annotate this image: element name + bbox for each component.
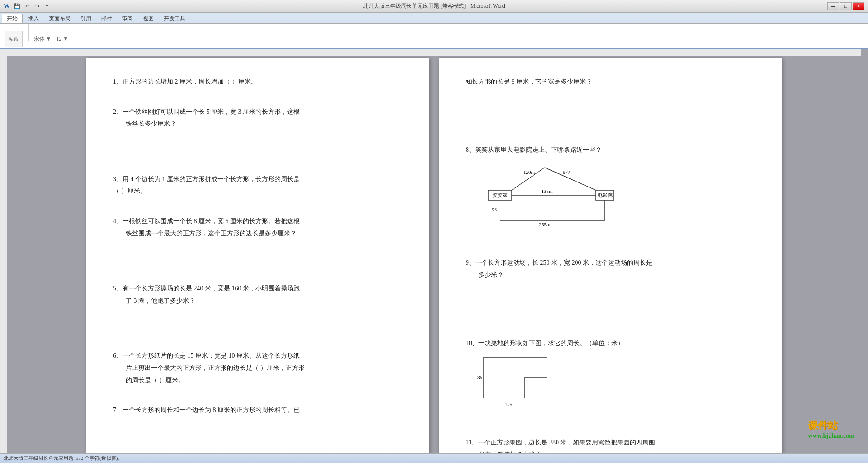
svg-text:135m: 135m bbox=[541, 188, 553, 194]
problem-6-text: 6、一个长方形纸片的长是 15 厘米，宽是 10 厘米。从这个长方形纸 bbox=[113, 350, 402, 362]
problem-3-text-cont: （ ）厘米。 bbox=[113, 185, 402, 197]
problem-4-text-cont1: 铁丝围成一个最大的正方形，这个正方形的边长是多少厘米？ bbox=[126, 228, 402, 240]
svg-text:120m: 120m bbox=[524, 169, 535, 175]
ribbon-content: 粘贴 宋体 ▼ 12 ▼ bbox=[0, 23, 868, 49]
problem-5-text-cont: 了 3 圈，他跑了多少米？ bbox=[126, 295, 402, 307]
tab-insert[interactable]: 插入 bbox=[24, 14, 43, 23]
problem-9: 9、一个长方形运动场，长 250 米，宽 200 米，这个运动场的周长是 多少米… bbox=[466, 257, 755, 332]
watermark-brand: 课件站 bbox=[808, 419, 854, 432]
svg-text:255m: 255m bbox=[539, 222, 551, 227]
undo-button[interactable]: ↩ bbox=[23, 2, 32, 11]
svg-text:85: 85 bbox=[477, 374, 483, 380]
customize-button[interactable]: ▼ bbox=[42, 2, 52, 11]
problem-11-text: 11、一个正方形果园，边长是 380 米，如果要用篱笆把果园的四周围 bbox=[466, 437, 755, 449]
svg-line-5 bbox=[545, 168, 596, 190]
problem-6-text-cont1: 片上剪出一个最大的正方形，正方形的边长是（ ）厘米，正方形 bbox=[126, 362, 402, 374]
tab-start[interactable]: 开始 bbox=[2, 14, 23, 23]
word-icon: W bbox=[4, 3, 10, 10]
paste-button[interactable]: 粘贴 bbox=[5, 31, 23, 47]
problem-7b-text: 知长方形的长是 9 厘米，它的宽是多少厘米？ bbox=[466, 76, 755, 88]
l-shape-svg: 85 125 bbox=[475, 353, 565, 412]
problem-6-text-cont2: 的周长是（ ）厘米。 bbox=[126, 374, 402, 387]
tab-page-layout[interactable]: 页面布局 bbox=[44, 14, 75, 23]
title-bar: W 💾 ↩ ↪ ▼ 北师大版三年级周长单元应用题 [兼容模式] - Micros… bbox=[0, 0, 868, 13]
window-title: 北师大版三年级周长单元应用题 [兼容模式] - Microsoft Word bbox=[363, 2, 505, 10]
title-bar-left: W 💾 ↩ ↪ ▼ bbox=[4, 2, 52, 11]
ruler-corner bbox=[0, 49, 7, 56]
problem-10-text: 10、一块菜地的形状如下图，求它的周长。（单位：米） bbox=[466, 337, 755, 350]
path-diagram: 笑笑家 电影院 120m 97? bbox=[475, 159, 755, 235]
problem-7-text: 7、一个长方形的周长和一个边长为 8 厘米的正方形的周长相等。已 bbox=[113, 404, 402, 416]
vertical-ruler bbox=[0, 56, 7, 453]
l-shape-diagram: 85 125 bbox=[475, 353, 755, 415]
problem-5-text: 5、有一个长方形操场的长是 240 米，宽是 160 米，小明围着操场跑 bbox=[113, 283, 402, 295]
problem-11: 11、一个正方形果园，边长是 380 米，如果要用篱笆把果园的四周围 起来，篱笆… bbox=[466, 437, 755, 453]
problem-2-text-cont: 铁丝长多少厘米？ bbox=[126, 118, 402, 130]
problem-6: 6、一个长方形纸片的长是 15 厘米，宽是 10 厘米。从这个长方形纸 片上剪出… bbox=[113, 350, 402, 399]
tab-mail[interactable]: 邮件 bbox=[97, 14, 117, 23]
font-selector[interactable]: 宋体 ▼ bbox=[34, 36, 52, 42]
problem-3-text: 3、用 4 个边长为 1 厘米的正方形拼成一个长方形，长方形的周长是 bbox=[113, 173, 402, 186]
tab-review[interactable]: 审阅 bbox=[118, 14, 137, 23]
svg-text:电影院: 电影院 bbox=[598, 192, 613, 198]
watermark-url: www.kjzhan.com bbox=[808, 432, 854, 440]
problem-1: 1、正方形的边长增加 2 厘米，周长增加（ ）厘米。 bbox=[113, 76, 402, 101]
page-right: 知长方形的长是 9 厘米，它的宽是多少厘米？ 8、笑笑从家里去电影院走上、下哪条… bbox=[439, 58, 782, 453]
ribbon-tools: 粘贴 宋体 ▼ 12 ▼ bbox=[4, 24, 72, 48]
problem-5: 5、有一个长方形操场的长是 240 米，宽是 160 米，小明围着操场跑 了 3… bbox=[113, 283, 402, 345]
problem-9-text: 9、一个长方形运动场，长 250 米，宽 200 米，这个运动场的周长是 bbox=[466, 257, 755, 269]
svg-text:笑笑家: 笑笑家 bbox=[493, 192, 508, 198]
maximize-button[interactable]: □ bbox=[840, 2, 852, 10]
font-size-selector[interactable]: 12 ▼ bbox=[56, 36, 68, 42]
document-area: 1、正方形的边长增加 2 厘米，周长增加（ ）厘米。 2、一个铁丝刚好可以围成一… bbox=[0, 49, 868, 453]
problem-7: 7、一个长方形的周长和一个边长为 8 厘米的正方形的周长相等。已 bbox=[113, 404, 402, 416]
problem-1-text: 1、正方形的边长增加 2 厘米，周长增加（ ）厘米。 bbox=[113, 76, 402, 88]
problem-4-text: 4、一根铁丝可以围成一个长 8 厘米，宽 6 厘米的长方形。若把这根 bbox=[113, 215, 402, 228]
redo-button[interactable]: ↪ bbox=[33, 2, 42, 11]
horizontal-ruler bbox=[7, 49, 861, 56]
problem-8-text: 8、笑笑从家里去电影院走上、下哪条路近一些？ bbox=[466, 144, 755, 156]
problem-10: 10、一块菜地的形状如下图，求它的周长。（单位：米） 85 125 bbox=[466, 337, 755, 432]
problem-2: 2、一个铁丝刚好可以围成一个长 5 厘米，宽 3 厘米的长方形，这根 铁丝长多少… bbox=[113, 106, 402, 168]
svg-text:97?: 97? bbox=[563, 169, 570, 175]
tab-view[interactable]: 视图 bbox=[138, 14, 158, 23]
problem-9-text-cont: 多少米？ bbox=[478, 269, 755, 281]
tab-references[interactable]: 引用 bbox=[76, 14, 96, 23]
pages-container: 1、正方形的边长增加 2 厘米，周长增加（ ）厘米。 2、一个铁丝刚好可以围成一… bbox=[9, 58, 859, 453]
close-button[interactable]: ✕ bbox=[853, 2, 864, 10]
problem-8: 8、笑笑从家里去电影院走上、下哪条路近一些？ 笑笑家 电影院 bbox=[466, 144, 755, 252]
ribbon-tab-bar: 开始 插入 页面布局 引用 邮件 审阅 视图 开发工具 bbox=[0, 13, 868, 23]
problem-3: 3、用 4 个边长为 1 厘米的正方形拼成一个长方形，长方形的周长是 （ ）厘米… bbox=[113, 173, 402, 210]
quick-access-toolbar: W 💾 ↩ ↪ ▼ bbox=[4, 2, 52, 11]
page-left: 1、正方形的边长增加 2 厘米，周长增加（ ）厘米。 2、一个铁丝刚好可以围成一… bbox=[86, 58, 429, 453]
status-bar: 北师大版三年级周长单元应用题: 572 个字符(近似值)。 bbox=[0, 453, 868, 463]
path-svg: 笑笑家 电影院 120m 97? bbox=[475, 159, 619, 232]
problem-2-text: 2、一个铁丝刚好可以围成一个长 5 厘米，宽 3 厘米的长方形，这根 bbox=[113, 106, 402, 118]
problem-11-text-cont: 起来，篱笆长多少米？ bbox=[478, 449, 755, 453]
tab-dev[interactable]: 开发工具 bbox=[159, 14, 190, 23]
problem-7b: 知长方形的长是 9 厘米，它的宽是多少厘米？ bbox=[466, 76, 755, 139]
status-text: 北师大版三年级周长单元应用题: 572 个字符(近似值)。 bbox=[4, 455, 123, 462]
watermark: 课件站 www.kjzhan.com bbox=[808, 419, 854, 440]
svg-text:96: 96 bbox=[492, 207, 497, 212]
minimize-button[interactable]: — bbox=[827, 2, 839, 10]
window-controls: — □ ✕ bbox=[827, 2, 864, 10]
problem-4: 4、一根铁丝可以围成一个长 8 厘米，宽 6 厘米的长方形。若把这根 铁丝围成一… bbox=[113, 215, 402, 277]
svg-text:125: 125 bbox=[505, 402, 513, 407]
ribbon: 开始 插入 页面布局 引用 邮件 审阅 视图 开发工具 粘贴 宋体 ▼ 12 ▼ bbox=[0, 13, 868, 49]
save-button[interactable]: 💾 bbox=[13, 2, 22, 11]
